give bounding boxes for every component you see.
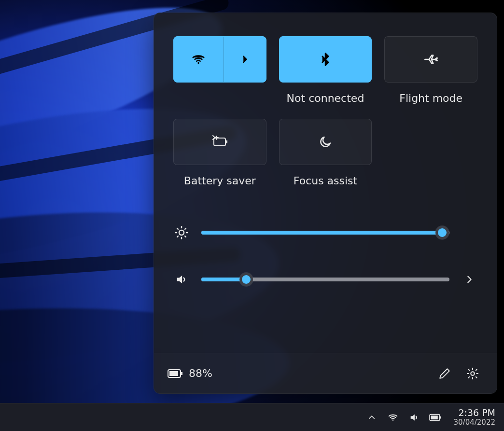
chevron-right-icon — [464, 274, 475, 285]
flight-mode-tile[interactable] — [384, 36, 477, 83]
wifi-toggle-zone[interactable] — [174, 37, 224, 82]
volume-expand-button[interactable] — [461, 274, 477, 285]
svg-line-11 — [185, 228, 186, 229]
quick-settings-panel: Not connected Flight mode — [154, 13, 497, 394]
svg-point-3 — [179, 230, 184, 235]
edit-quick-settings-button[interactable] — [434, 363, 455, 384]
svg-point-0 — [198, 62, 200, 64]
brightness-slider-row — [173, 225, 477, 240]
volume-icon — [409, 412, 420, 423]
moon-icon — [318, 135, 333, 149]
quick-settings-grid: Not connected Flight mode — [154, 13, 497, 196]
svg-rect-15 — [169, 371, 178, 376]
svg-rect-21 — [431, 416, 437, 419]
battery-percent-label: 88% — [189, 367, 212, 379]
battery-saver-tile[interactable] — [173, 119, 266, 165]
battery-saver-tile-label: Battery saver — [184, 175, 256, 187]
svg-point-17 — [392, 419, 393, 421]
svg-rect-1 — [214, 138, 225, 146]
svg-rect-2 — [226, 140, 227, 143]
svg-line-10 — [177, 236, 178, 237]
system-tray — [365, 411, 442, 424]
svg-line-8 — [177, 228, 178, 229]
volume-slider-thumb[interactable] — [239, 273, 253, 286]
focus-assist-tile[interactable] — [279, 119, 372, 165]
battery-saver-icon — [210, 135, 229, 149]
wifi-tile[interactable] — [173, 36, 266, 83]
battery-icon — [429, 414, 442, 421]
wifi-icon — [388, 412, 398, 423]
quick-settings-footer: 88% — [154, 353, 497, 393]
battery-icon — [168, 369, 183, 378]
tile-wrap-flight-mode: Flight mode — [384, 36, 477, 104]
tray-battery-button[interactable] — [429, 411, 442, 424]
brightness-slider[interactable] — [201, 231, 449, 235]
wifi-expand-button[interactable] — [224, 37, 266, 82]
settings-button[interactable] — [462, 363, 483, 384]
gear-icon — [466, 367, 479, 380]
wifi-icon — [191, 52, 206, 67]
volume-slider[interactable] — [201, 278, 449, 281]
svg-rect-14 — [181, 372, 182, 375]
chevron-up-icon — [367, 413, 376, 422]
tray-volume-button[interactable] — [407, 411, 421, 424]
bluetooth-tile[interactable] — [279, 36, 372, 83]
svg-rect-20 — [440, 416, 441, 418]
bluetooth-tile-label: Not connected — [287, 92, 364, 104]
tile-wrap-focus-assist: Focus assist — [279, 119, 372, 187]
tile-wrap-wifi — [173, 36, 266, 104]
svg-marker-18 — [410, 414, 414, 420]
focus-assist-tile-label: Focus assist — [294, 175, 357, 187]
brightness-icon — [173, 225, 190, 240]
tray-wifi-button[interactable] — [386, 411, 400, 424]
flight-mode-tile-label: Flight mode — [399, 92, 462, 104]
brightness-slider-fill — [201, 231, 442, 235]
svg-line-9 — [185, 236, 186, 237]
volume-icon — [173, 273, 190, 286]
sliders-section — [154, 211, 497, 301]
svg-point-16 — [471, 372, 474, 375]
clock-time: 2:36 PM — [454, 408, 495, 418]
bluetooth-icon — [318, 51, 333, 68]
brightness-slider-thumb[interactable] — [435, 226, 449, 239]
chevron-right-icon — [239, 54, 250, 65]
volume-slider-row — [173, 273, 477, 286]
pencil-icon — [438, 367, 451, 380]
taskbar-clock[interactable]: 2:36 PM 30/04/2022 — [454, 408, 495, 427]
airplane-icon — [423, 51, 439, 68]
tray-overflow-button[interactable] — [365, 411, 378, 424]
clock-date: 30/04/2022 — [454, 418, 495, 427]
tile-wrap-battery-saver: Battery saver — [173, 119, 266, 187]
battery-status-button[interactable]: 88% — [168, 367, 212, 379]
taskbar: 2:36 PM 30/04/2022 — [0, 403, 504, 431]
svg-marker-12 — [177, 276, 182, 283]
tile-wrap-bluetooth: Not connected — [279, 36, 372, 104]
